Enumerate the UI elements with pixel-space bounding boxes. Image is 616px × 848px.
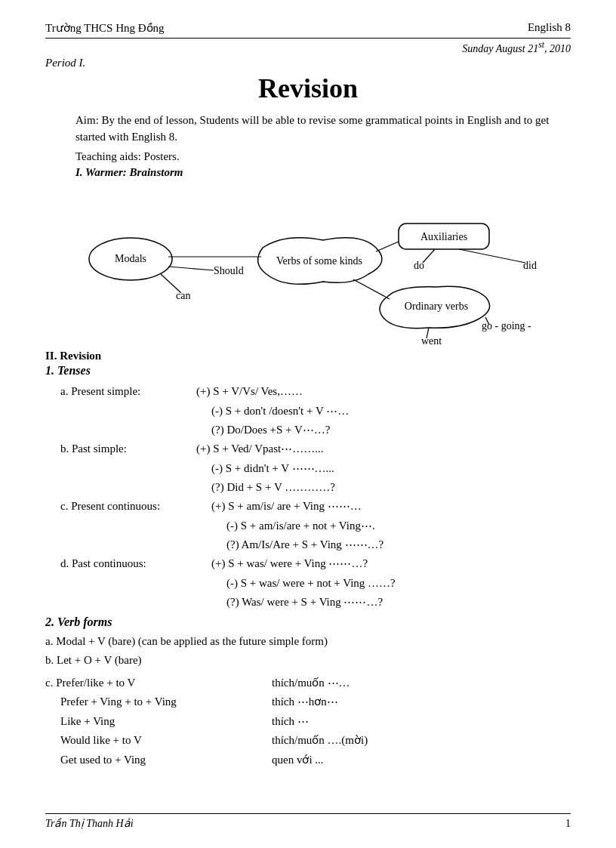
do-label: do	[414, 260, 424, 271]
vf-left-0: c. Prefer/like + to V	[45, 674, 272, 693]
warmer-header: I. Warmer: Brainstorm	[75, 166, 571, 179]
verb-form-a: a. Modal + V (bare) (can be applied as t…	[45, 632, 571, 652]
past-simple-row: b. Past simple: (+) S + Ved/ Vpast⋯……...	[45, 439, 571, 458]
date-text: Sunday August 21st, 2010	[462, 43, 571, 54]
footer: Trần Thị Thanh Hải 1	[45, 813, 571, 830]
svg-line-2	[161, 274, 181, 293]
past-continuous-formula-2: (-) S + was/ were + not + Ving ……?	[211, 574, 396, 592]
present-continuous-formula-1: (+) S + am/is/ are + Ving ⋯⋯…	[211, 497, 571, 515]
present-simple-sub2: (?) Do/Does +S + V⋯…?	[45, 421, 571, 439]
past-simple-sub2: (?) Did + S + V …………?	[45, 478, 571, 496]
past-simple-formula-2: (-) S + didn't + V ⋯⋯…...	[196, 459, 334, 477]
present-simple-formula-3: (?) Do/Does +S + V⋯…?	[196, 421, 330, 439]
present-simple-sub1: (-) S + don't /doesn't + V ⋯…	[45, 402, 571, 420]
past-simple-sub1: (-) S + didn't + V ⋯⋯…...	[45, 459, 571, 477]
brainstorm-diagram: Modals Should can Verbs of some kinds Au…	[51, 183, 565, 342]
vf-row-2: Like + Ving thích ⋯	[45, 712, 571, 732]
past-continuous-sub1: (-) S + was/ were + not + Ving ……?	[45, 574, 571, 592]
svg-line-7	[376, 242, 399, 251]
section-ii-title: II. Revision	[45, 350, 571, 362]
section-ii: II. Revision 1. Tenses a. Present simple…	[45, 350, 571, 611]
vf-row-3: Would like + to V thích/muốn ….(mời)	[45, 731, 571, 751]
svg-line-1	[168, 267, 214, 270]
ordinary-verbs-label: Ordinary verbs	[405, 301, 468, 312]
verbs-label: Verbs of some kinds	[276, 255, 362, 267]
page: Trường THCS Hng Đồng English 8 Sunday Au…	[0, 0, 616, 848]
vf-right-4: quen với ...	[272, 751, 324, 770]
vf-right-2: thích ⋯	[272, 712, 309, 732]
present-simple-formula-1: (+) S + V/Vs/ Ves,……	[196, 382, 571, 400]
past-continuous-row: d. Past continuous: (+) S + was/ were + …	[45, 554, 571, 572]
verb-forms-section: 2. Verb forms a. Modal + V (bare) (can b…	[45, 615, 571, 770]
present-continuous-sub2: (?) Am/Is/Are + S + Ving ⋯⋯…?	[45, 535, 571, 554]
present-simple-formula-2: (-) S + don't /doesn't + V ⋯…	[196, 402, 349, 420]
present-simple-label: a. Present simple:	[45, 382, 196, 400]
present-continuous-label: c. Present continuous:	[45, 497, 211, 515]
past-simple-formula-1: (+) S + Ved/ Vpast⋯……...	[196, 439, 571, 458]
present-continuous-formula-2: (-) S + am/is/are + not + Ving⋯.	[211, 517, 375, 535]
vf-row-4: Get used to + Ving quen với ...	[45, 751, 571, 770]
did-label: did	[523, 260, 537, 271]
brainstorm-svg: Modals Should can Verbs of some kinds Au…	[51, 183, 565, 350]
past-continuous-formula-3: (?) Was/ were + S + Ving ⋯⋯…?	[211, 593, 383, 611]
author-name: Trần Thị Thanh Hải	[45, 817, 134, 830]
went-label: went	[421, 335, 442, 347]
present-simple-row: a. Present simple: (+) S + V/Vs/ Ves,……	[45, 382, 571, 400]
vf-row-0: c. Prefer/like + to V thích/muốn ⋯…	[45, 674, 571, 693]
vf-right-3: thích/muốn ….(mời)	[272, 731, 368, 751]
should-label: Should	[214, 265, 244, 276]
vf-left-1: Prefer + Ving + to + Ving	[45, 692, 272, 712]
tenses-title: 1. Tenses	[45, 364, 571, 378]
can-label: can	[176, 290, 190, 301]
page-number: 1	[565, 818, 571, 830]
svg-line-6	[459, 249, 525, 263]
main-title: Revision	[45, 72, 571, 104]
past-simple-label: b. Past simple:	[45, 439, 196, 458]
vf-left-4: Get used to + Ving	[45, 751, 272, 770]
verb-forms-title: 2. Verb forms	[45, 615, 571, 629]
modals-label: Modals	[115, 253, 146, 264]
past-continuous-sub2: (?) Was/ were + S + Ving ⋯⋯…?	[45, 593, 571, 611]
teaching-aids: Teaching aids: Posters.	[75, 150, 571, 163]
vf-right-1: thích ⋯hơn⋯	[272, 692, 338, 712]
vf-right-0: thích/muốn ⋯…	[272, 674, 350, 693]
past-simple-formula-3: (?) Did + S + V …………?	[196, 478, 335, 496]
auxiliaries-label: Auxiliaries	[420, 231, 467, 242]
svg-line-5	[423, 249, 435, 263]
aim-text: Aim: By the end of lesson, Students will…	[75, 112, 571, 146]
verb-forms-table: c. Prefer/like + to V thích/muốn ⋯… Pref…	[45, 674, 571, 770]
subject-name: English 8	[528, 21, 571, 34]
period-label: Period I.	[45, 57, 571, 69]
school-name: Trường THCS Hng Đồng	[45, 21, 165, 35]
present-continuous-sub1: (-) S + am/is/are + not + Ving⋯.	[45, 517, 571, 535]
verb-form-b: b. Let + O + V (bare)	[45, 651, 571, 671]
vf-row-1: Prefer + Ving + to + Ving thích ⋯hơn⋯	[45, 692, 571, 712]
past-continuous-label: d. Past continuous:	[45, 554, 211, 572]
vf-left-3: Would like + to V	[45, 731, 272, 751]
present-continuous-formula-3: (?) Am/Is/Are + S + Ving ⋯⋯…?	[211, 535, 383, 554]
present-continuous-row: c. Present continuous: (+) S + am/is/ ar…	[45, 497, 571, 515]
past-continuous-formula-1: (+) S + was/ were + Ving ⋯⋯…?	[211, 554, 571, 572]
vf-left-2: Like + Ving	[45, 712, 272, 732]
svg-line-8	[353, 279, 390, 299]
go-going-label: go - going -	[482, 320, 531, 331]
header: Trường THCS Hng Đồng English 8	[45, 21, 571, 39]
date-line: Sunday August 21st, 2010	[45, 40, 571, 55]
